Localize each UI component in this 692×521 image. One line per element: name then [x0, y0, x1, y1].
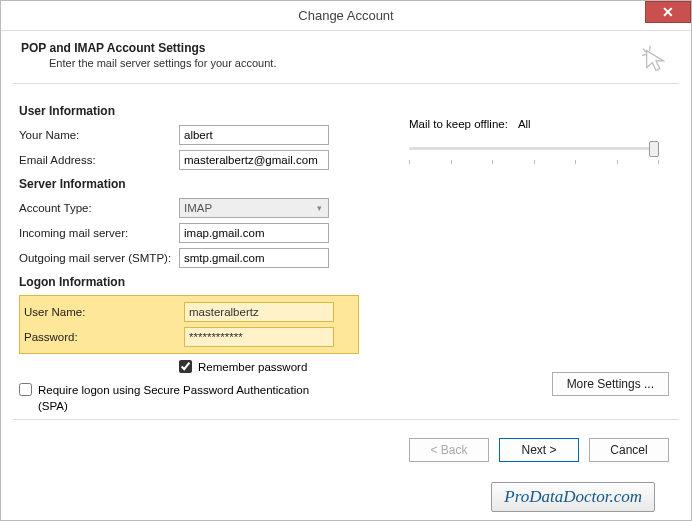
label-user-name: User Name: — [24, 306, 184, 318]
more-settings-wrap: More Settings ... — [552, 372, 669, 396]
section-logon-info: Logon Information — [19, 275, 359, 289]
label-email: Email Address: — [19, 154, 179, 166]
offline-row: Mail to keep offline: All — [409, 118, 673, 130]
input-incoming[interactable] — [179, 223, 329, 243]
offline-slider[interactable] — [409, 140, 659, 160]
field-email: Email Address: — [19, 149, 359, 171]
section-user-info: User Information — [19, 104, 359, 118]
close-button[interactable]: ✕ — [645, 1, 691, 23]
label-offline: Mail to keep offline: — [409, 118, 508, 130]
input-user-name[interactable] — [184, 302, 334, 322]
select-account-type-value: IMAP — [184, 202, 212, 214]
chevron-down-icon: ▾ — [310, 199, 328, 217]
section-server-info: Server Information — [19, 177, 359, 191]
watermark: ProDataDoctor.com — [491, 482, 655, 512]
field-account-type: Account Type: IMAP ▾ — [19, 197, 359, 219]
back-button: < Back — [409, 438, 489, 462]
label-password: Password: — [24, 331, 184, 343]
slider-track — [409, 147, 659, 150]
checkbox-spa-row: Require logon using Secure Password Auth… — [19, 383, 359, 414]
left-column: User Information Your Name: Email Addres… — [19, 98, 359, 420]
logon-highlight: User Name: Password: — [19, 295, 359, 354]
header-subtitle: Enter the mail server settings for your … — [21, 57, 671, 69]
label-incoming: Incoming mail server: — [19, 227, 179, 239]
checkbox-remember-row: Remember password — [19, 360, 359, 373]
next-button[interactable]: Next > — [499, 438, 579, 462]
checkbox-remember[interactable] — [179, 360, 192, 373]
label-your-name: Your Name: — [19, 129, 179, 141]
slider-ticks — [409, 160, 659, 164]
field-your-name: Your Name: — [19, 124, 359, 146]
svg-line-1 — [649, 46, 650, 51]
input-your-name[interactable] — [179, 125, 329, 145]
close-icon: ✕ — [662, 4, 674, 20]
header-title: POP and IMAP Account Settings — [21, 41, 671, 55]
slider-thumb[interactable] — [649, 141, 659, 157]
checkbox-spa[interactable] — [19, 383, 32, 396]
field-incoming: Incoming mail server: — [19, 222, 359, 244]
label-outgoing: Outgoing mail server (SMTP): — [19, 252, 179, 264]
select-account-type: IMAP ▾ — [179, 198, 329, 218]
field-outgoing: Outgoing mail server (SMTP): — [19, 247, 359, 269]
input-email[interactable] — [179, 150, 329, 170]
label-spa: Require logon using Secure Password Auth… — [38, 383, 328, 414]
window-title: Change Account — [1, 8, 691, 23]
cursor-icon — [641, 45, 671, 75]
more-settings-button[interactable]: More Settings ... — [552, 372, 669, 396]
input-password[interactable] — [184, 327, 334, 347]
title-bar: Change Account ✕ — [1, 1, 691, 31]
wizard-footer: < Back Next > Cancel — [409, 438, 669, 462]
svg-line-2 — [642, 54, 647, 55]
field-user-name: User Name: — [24, 301, 354, 323]
footer-divider — [13, 419, 679, 420]
cancel-button[interactable]: Cancel — [589, 438, 669, 462]
label-remember: Remember password — [198, 361, 307, 373]
value-offline: All — [518, 118, 531, 130]
input-outgoing[interactable] — [179, 248, 329, 268]
header: POP and IMAP Account Settings Enter the … — [1, 31, 691, 83]
field-password: Password: — [24, 326, 354, 348]
label-account-type: Account Type: — [19, 202, 179, 214]
